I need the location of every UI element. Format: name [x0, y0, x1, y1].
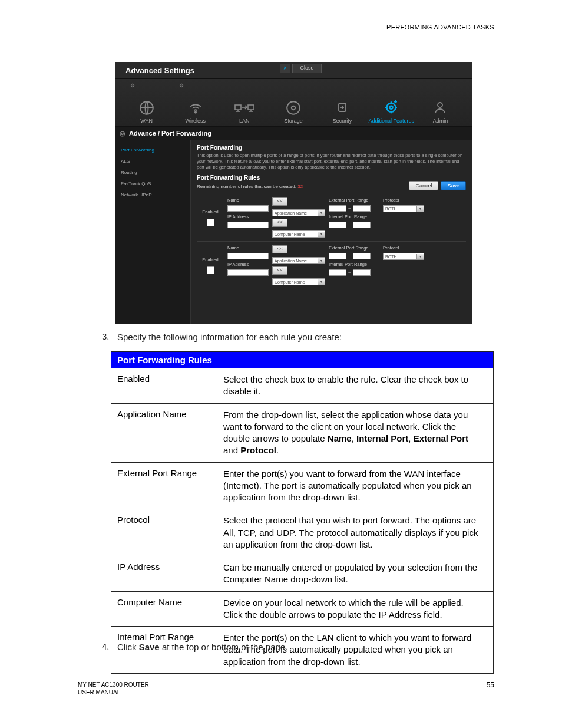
rules-description-table: Port Forwarding Rules EnabledSelect the …: [111, 351, 494, 674]
protocol-select[interactable]: BOTH▾: [383, 205, 424, 212]
enabled-checkbox[interactable]: [207, 266, 214, 274]
ext-port-start-input[interactable]: [329, 253, 346, 259]
table-row: IP AddressCan be manually entered or pop…: [111, 556, 493, 591]
sidebar-item-fastrack-qos[interactable]: FasTrack QoS: [115, 178, 190, 189]
nav-additional-features[interactable]: Additional Features: [368, 83, 415, 124]
nav-storage[interactable]: Storage: [270, 83, 317, 124]
breadcrumb: Advance / Port Forwarding: [129, 130, 211, 137]
ext-port-end-input[interactable]: [353, 205, 371, 212]
nav-wan[interactable]: ⚙ WAN: [123, 83, 170, 124]
table-header: Port Forwarding Rules: [111, 352, 493, 368]
computer-name-select[interactable]: Computer Name▾: [272, 278, 325, 285]
nav-security[interactable]: Security: [319, 83, 366, 124]
int-port-end-input[interactable]: [353, 269, 371, 276]
gear-plus-icon: [382, 98, 400, 116]
svg-point-22: [438, 103, 442, 107]
int-port-start-input[interactable]: [329, 222, 346, 228]
name-label: Name: [227, 197, 269, 203]
table-row: EnabledSelect the check box to enable th…: [111, 368, 493, 403]
footer-product: MY NET AC1300 ROUTER USER MANUAL: [78, 681, 149, 696]
lan-icon: [234, 103, 255, 116]
int-port-start-input[interactable]: [329, 269, 346, 276]
shield-icon: [335, 100, 349, 116]
router-screenshot: Advanced Settings × Close ⚙ WAN ⚙ Wirele…: [115, 62, 472, 317]
nav-label: LAN: [239, 118, 250, 124]
nav-lan[interactable]: LAN: [221, 83, 268, 124]
table-value: Device on your local network to which th…: [223, 592, 493, 627]
nav-wireless[interactable]: ⚙ Wireless: [172, 83, 219, 124]
globe-icon: [139, 100, 154, 116]
protocol-label: Protocol: [383, 245, 424, 251]
computer-name-select[interactable]: Computer Name▾: [272, 230, 325, 238]
user-icon: [433, 100, 447, 116]
populate-ip-button[interactable]: <<: [272, 266, 287, 275]
protocol-select[interactable]: BOTH▾: [383, 253, 424, 260]
name-input[interactable]: [227, 253, 269, 259]
application-name-select[interactable]: Application Name▾: [272, 257, 325, 264]
rules-title: Port Forwarding Rules: [197, 174, 466, 181]
populate-name-button[interactable]: <<: [272, 245, 287, 253]
page-number: 55: [487, 681, 494, 689]
sidebar-item-port-forwarding[interactable]: Port Forwarding: [115, 144, 190, 156]
margin-rule: [78, 47, 78, 672]
table-key: Protocol: [111, 509, 223, 556]
table-value: From the drop-down list, select the appl…: [223, 404, 493, 462]
sidebar-item-routing[interactable]: Routing: [115, 167, 190, 178]
enabled-label: Enabled: [202, 209, 219, 215]
svg-point-10: [292, 106, 296, 110]
table-key: Computer Name: [111, 592, 223, 627]
page-section-header: PERFORMING ADVANCED TASKS: [386, 24, 494, 31]
application-name-select[interactable]: Application Name▾: [272, 209, 325, 216]
cancel-button[interactable]: Cancel: [409, 181, 438, 190]
table-value: Can be manually entered or populated by …: [223, 556, 493, 591]
svg-point-1: [195, 112, 196, 113]
table-key: External Port Range: [111, 463, 223, 509]
section-title: Port Forwarding: [197, 144, 466, 151]
close-button[interactable]: Close: [292, 64, 322, 73]
sidebar-item-alg[interactable]: ALG: [115, 156, 190, 167]
table-value: Enter the port(s) you want to forward fr…: [223, 463, 493, 509]
ext-port-start-input[interactable]: [329, 205, 346, 212]
ip-input[interactable]: [227, 222, 269, 228]
step-4-text: Click Save at the top or bottom of the p…: [117, 641, 287, 653]
int-port-label: Internal Port Range: [329, 262, 379, 267]
table-row: Computer NameDevice on your local networ…: [111, 591, 493, 627]
ip-label: IP Address: [227, 262, 269, 267]
ip-input[interactable]: [227, 269, 269, 276]
nav-label: Additional Features: [368, 118, 414, 124]
nav-admin[interactable]: Admin: [416, 83, 464, 124]
nav-label: Wireless: [185, 118, 206, 124]
int-port-label: Internal Port Range: [329, 214, 379, 219]
table-key: Enabled: [111, 368, 223, 403]
window-title: Advanced Settings: [125, 66, 194, 75]
nav-label: Admin: [433, 118, 448, 124]
step-3-text: Specify the following information for ea…: [117, 331, 342, 343]
enabled-checkbox[interactable]: [207, 219, 214, 226]
nav-label: Storage: [284, 118, 303, 124]
remaining-count: 32: [297, 184, 303, 189]
table-value: Select the protocol that you wish to por…: [223, 509, 493, 556]
protocol-label: Protocol: [383, 197, 424, 203]
sidebar-item-network-upnp[interactable]: Network UPnP: [115, 189, 190, 200]
section-description: This option is used to open multiple por…: [197, 153, 466, 170]
table-row: ProtocolSelect the protocol that you wis…: [111, 509, 493, 556]
name-input[interactable]: [227, 205, 269, 212]
svg-rect-5: [248, 105, 254, 110]
close-icon[interactable]: ×: [280, 64, 290, 73]
int-port-end-input[interactable]: [353, 222, 371, 228]
gear-icon: ⚙: [179, 83, 184, 88]
name-label: Name: [227, 245, 269, 251]
populate-ip-button[interactable]: <<: [272, 219, 287, 227]
nav-label: WAN: [140, 118, 153, 124]
table-value: Select the check box to enable the rule.…: [223, 368, 493, 403]
save-button[interactable]: Save: [441, 181, 466, 190]
table-key: Application Name: [111, 404, 223, 462]
wifi-icon: [188, 100, 203, 116]
rule-row: Enabled Name IP Address << Application N…: [197, 242, 466, 289]
section-icon: ◎: [120, 130, 125, 137]
populate-name-button[interactable]: <<: [272, 197, 287, 206]
ext-port-label: External Port Range: [329, 197, 379, 203]
ext-port-end-input[interactable]: [353, 253, 371, 259]
nav-label: Security: [333, 118, 352, 124]
ext-port-label: External Port Range: [329, 245, 379, 251]
